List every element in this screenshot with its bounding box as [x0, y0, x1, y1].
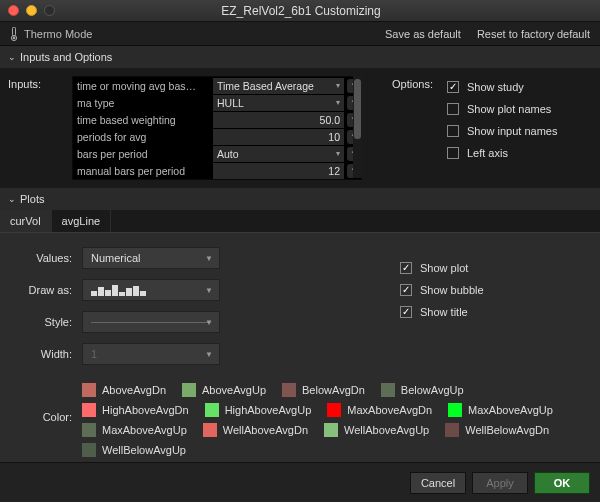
checkbox[interactable]	[400, 306, 412, 318]
checkbox[interactable]	[400, 284, 412, 296]
values-select[interactable]: Numerical ▼	[82, 247, 220, 269]
input-name: ma type	[73, 97, 213, 109]
draw-as-select[interactable]: ▼	[82, 279, 220, 301]
tab-curvol[interactable]: curVol	[0, 210, 52, 232]
color-swatch-item: HighAboveAvgUp	[205, 403, 312, 417]
input-value: 12	[328, 165, 340, 177]
checkbox[interactable]	[447, 125, 459, 137]
color-swatch[interactable]	[324, 423, 338, 437]
color-swatch-label: WellBelowAvgDn	[465, 424, 549, 436]
color-swatch[interactable]	[82, 403, 96, 417]
color-swatch[interactable]	[282, 383, 296, 397]
color-swatch[interactable]	[82, 383, 96, 397]
color-swatch-item: BelowAvgDn	[282, 383, 365, 397]
inputs-table: time or moving avg bas…Time Based Averag…	[72, 76, 362, 180]
input-name: manual bars per period	[73, 165, 213, 177]
color-swatch[interactable]	[205, 403, 219, 417]
width-select[interactable]: 1 ▼	[82, 343, 220, 365]
option-row: Show plot names	[447, 98, 558, 120]
input-value: 10	[328, 131, 340, 143]
color-swatch-item: WellBelowAvgUp	[82, 443, 186, 457]
ok-button[interactable]: OK	[534, 472, 590, 494]
close-window-button[interactable]	[8, 5, 19, 16]
color-label: Color:	[20, 383, 82, 457]
input-field[interactable]: 50.0	[213, 112, 344, 128]
minimize-window-button[interactable]	[26, 5, 37, 16]
line-style-icon	[91, 322, 211, 323]
color-swatch[interactable]	[448, 403, 462, 417]
chevron-down-icon: ⌄	[8, 194, 16, 204]
plot-left-column: Values: Numerical ▼ Draw as: ▼ Style:	[20, 247, 220, 375]
color-swatch-label: AboveAvgDn	[102, 384, 166, 396]
color-swatch[interactable]	[381, 383, 395, 397]
color-swatch-label: MaxAboveAvgUp	[468, 404, 553, 416]
width-select-value: 1	[91, 348, 97, 360]
top-toolbar: Thermo Mode Save as default Reset to fac…	[0, 22, 600, 46]
window-title: EZ_RelVol2_6b1 Customizing	[55, 4, 547, 18]
checkbox[interactable]	[400, 262, 412, 274]
input-name: periods for avg	[73, 131, 213, 143]
input-name: time or moving avg bas…	[73, 80, 213, 92]
apply-button[interactable]: Apply	[472, 472, 528, 494]
color-swatch[interactable]	[182, 383, 196, 397]
option-row: Show input names	[447, 120, 558, 142]
chevron-down-icon: ▾	[336, 149, 340, 158]
plots-section-header[interactable]: ⌄ Plots	[0, 188, 600, 210]
scrollbar-thumb[interactable]	[354, 79, 361, 139]
color-swatch-label: WellAboveAvgDn	[223, 424, 308, 436]
option-row: Show study	[447, 76, 558, 98]
thermo-mode-label[interactable]: Thermo Mode	[24, 28, 92, 40]
color-swatch[interactable]	[82, 443, 96, 457]
input-row: periods for avg10?	[73, 128, 361, 145]
plot-option-label: Show plot	[420, 262, 468, 274]
color-swatch-item: WellAboveAvgUp	[324, 423, 429, 437]
plot-option-row: Show plot	[400, 257, 580, 279]
color-swatch-label: AboveAvgUp	[202, 384, 266, 396]
maximize-window-button[interactable]	[44, 5, 55, 16]
input-select[interactable]: Time Based Average▾	[213, 78, 344, 94]
color-swatch-item: MaxAboveAvgUp	[448, 403, 553, 417]
input-value: Time Based Average	[217, 80, 314, 92]
svg-point-2	[13, 36, 16, 39]
input-value: 50.0	[320, 114, 340, 126]
save-as-default-link[interactable]: Save as default	[385, 28, 461, 40]
color-swatch[interactable]	[203, 423, 217, 437]
color-swatch[interactable]	[327, 403, 341, 417]
color-swatch-item: AboveAvgDn	[82, 383, 166, 397]
color-swatch-item: WellBelowAvgDn	[445, 423, 549, 437]
option-row: Left axis	[447, 142, 558, 164]
section-title: Plots	[20, 193, 44, 205]
color-swatch[interactable]	[82, 423, 96, 437]
input-name: time based weighting	[73, 114, 213, 126]
chevron-down-icon: ▾	[336, 98, 340, 107]
color-swatch-item: MaxAboveAvgUp	[82, 423, 187, 437]
svg-rect-0	[13, 27, 16, 36]
histogram-icon	[91, 284, 146, 296]
input-select[interactable]: Auto▾	[213, 146, 344, 162]
color-swatches: AboveAvgDnAboveAvgUpBelowAvgDnBelowAvgUp…	[82, 383, 580, 457]
input-row: time based weighting50.0?	[73, 111, 361, 128]
options-list: Show studyShow plot namesShow input name…	[433, 76, 558, 180]
width-label: Width:	[20, 348, 82, 360]
input-select[interactable]: HULL▾	[213, 95, 344, 111]
inputs-scrollbar[interactable]	[353, 76, 362, 178]
plot-option-row: Show title	[400, 301, 580, 323]
input-field[interactable]: 10	[213, 129, 344, 145]
inputs-options-section-header[interactable]: ⌄ Inputs and Options	[0, 46, 600, 68]
input-value: Auto	[217, 148, 239, 160]
color-swatch-label: WellAboveAvgUp	[344, 424, 429, 436]
cancel-button[interactable]: Cancel	[410, 472, 466, 494]
checkbox[interactable]	[447, 81, 459, 93]
tab-avgline[interactable]: avgLine	[52, 210, 112, 232]
color-swatch-label: HighAboveAvgDn	[102, 404, 189, 416]
color-swatch-label: MaxAboveAvgUp	[102, 424, 187, 436]
checkbox[interactable]	[447, 103, 459, 115]
input-row: bars per periodAuto▾?	[73, 145, 361, 162]
reset-factory-default-link[interactable]: Reset to factory default	[477, 28, 590, 40]
checkbox[interactable]	[447, 147, 459, 159]
color-swatch-item: WellAboveAvgDn	[203, 423, 308, 437]
input-field[interactable]: 12	[213, 163, 344, 179]
options-label: Options:	[392, 78, 433, 90]
style-select[interactable]: ▼	[82, 311, 220, 333]
color-swatch[interactable]	[445, 423, 459, 437]
